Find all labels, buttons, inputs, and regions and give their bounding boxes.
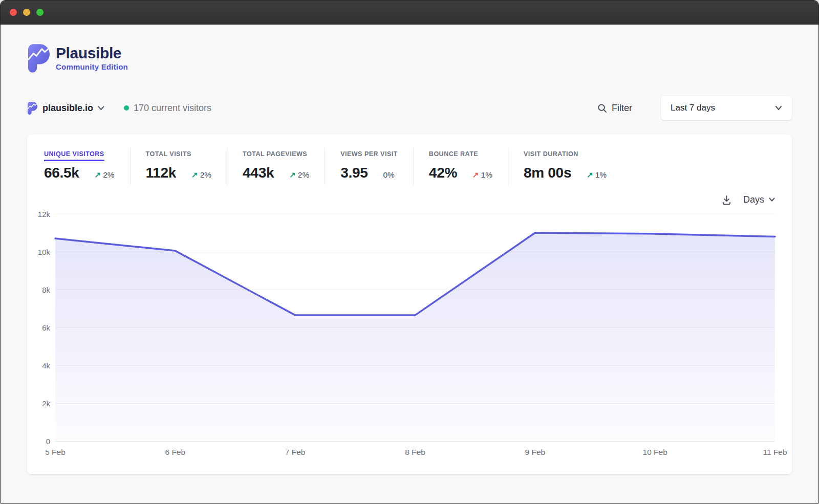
- site-switcher-chevron-down-icon[interactable]: [98, 106, 104, 111]
- current-visitors[interactable]: 170 current visitors: [124, 103, 211, 114]
- stat-change: 2%: [103, 170, 114, 180]
- plausible-logo-icon: [27, 44, 50, 73]
- search-icon: [597, 103, 607, 113]
- trend-arrow-icon: ↗: [191, 170, 198, 180]
- close-window-button[interactable]: [10, 9, 17, 16]
- stat-delta: 0%: [383, 170, 394, 180]
- chart-section: 12k10k8k6k4k2k0 5 Feb6 Feb7 Feb8 Feb9 Fe…: [44, 214, 775, 463]
- x-axis-tick: 8 Feb: [405, 448, 425, 457]
- traffic-lights: [10, 9, 44, 16]
- date-range-value: Last 7 days: [671, 103, 715, 113]
- window-titlebar: [1, 1, 818, 25]
- stat-label: VIEWS PER VISIT: [340, 150, 398, 161]
- interval-value: Days: [743, 194, 764, 205]
- y-axis-tick: 6k: [42, 323, 50, 332]
- visitors-area-chart[interactable]: 12k10k8k6k4k2k0: [55, 214, 775, 441]
- download-icon: [721, 194, 732, 205]
- stat-label: TOTAL PAGEVIEWS: [243, 150, 307, 161]
- stat-change: 0%: [383, 170, 394, 180]
- y-axis-tick: 8k: [42, 285, 50, 294]
- stat-value: 3.95: [340, 165, 368, 181]
- brand-name: Plausible: [56, 46, 128, 61]
- stat-change: 2%: [298, 170, 309, 180]
- chart-controls: Days: [44, 192, 775, 207]
- stat-value: 8m 00s: [524, 165, 571, 181]
- stat-delta: ↗ 1%: [587, 170, 607, 180]
- site-favicon: [27, 102, 37, 115]
- stat-change: 1%: [481, 170, 492, 180]
- y-axis-tick: 4k: [42, 361, 50, 369]
- y-axis-tick: 12k: [38, 210, 50, 218]
- interval-select[interactable]: Days: [743, 194, 775, 205]
- stat-card-total-pageviews[interactable]: TOTAL PAGEVIEWS 443k ↗ 2%: [227, 148, 325, 185]
- stat-change: 1%: [595, 170, 607, 180]
- x-axis-tick: 6 Feb: [165, 448, 186, 457]
- minimize-window-button[interactable]: [23, 9, 30, 16]
- date-range-select[interactable]: Last 7 days: [661, 96, 792, 120]
- y-axis-tick: 2k: [42, 399, 50, 408]
- trend-arrow-icon: ↗: [95, 170, 101, 180]
- interval-chevron-down-icon: [769, 198, 775, 202]
- stat-value: 443k: [243, 165, 274, 181]
- site-switcher[interactable]: plausible.io: [42, 103, 93, 114]
- brand-edition: Community Edition: [56, 62, 128, 71]
- stat-card-bounce-rate[interactable]: BOUNCE RATE 42% ↗ 1%: [414, 148, 508, 185]
- y-axis-tick: 10k: [38, 247, 50, 256]
- stat-value: 42%: [429, 165, 457, 181]
- x-axis-tick: 9 Feb: [525, 448, 546, 457]
- x-axis-tick: 11 Feb: [763, 448, 787, 457]
- trend-arrow-icon: ↗: [472, 170, 479, 180]
- stat-delta: ↗ 1%: [472, 170, 492, 180]
- zoom-window-button[interactable]: [36, 9, 44, 16]
- export-button[interactable]: [721, 194, 732, 205]
- current-visitors-label: 170 current visitors: [134, 103, 211, 114]
- chart-canvas: [55, 214, 775, 441]
- stat-delta: ↗ 2%: [289, 170, 309, 180]
- dashboard-page: Plausible Community Edition plausible.io…: [1, 25, 818, 503]
- filter-label: Filter: [612, 103, 632, 114]
- stat-card-views-per-visit[interactable]: VIEWS PER VISIT 3.95 0%: [325, 148, 414, 185]
- app-window: Plausible Community Edition plausible.io…: [0, 0, 819, 504]
- stat-label: UNIQUE VISITORS: [44, 150, 104, 161]
- trend-arrow-icon: ↗: [587, 170, 593, 180]
- stat-card-unique-visitors[interactable]: UNIQUE VISITORS 66.5k ↗ 2%: [44, 148, 131, 185]
- site-bar: plausible.io 170 current visitors Filter: [27, 95, 792, 121]
- date-range-chevron-down-icon: [775, 105, 782, 111]
- stat-change: 2%: [200, 170, 211, 180]
- analytics-card: UNIQUE VISITORS 66.5k ↗ 2% TOTAL VISITS …: [27, 135, 792, 474]
- trend-arrow-icon: ↗: [289, 170, 296, 180]
- stat-delta: ↗ 2%: [95, 170, 115, 180]
- stat-label: BOUNCE RATE: [429, 150, 478, 161]
- stat-value: 66.5k: [44, 165, 79, 181]
- stat-delta: ↗ 2%: [191, 170, 211, 180]
- plausible-logo: Plausible Community Edition: [27, 44, 792, 73]
- x-axis-tick: 7 Feb: [285, 448, 306, 457]
- y-axis-tick: 0: [46, 437, 50, 446]
- stat-value: 112k: [146, 165, 177, 181]
- filter-button[interactable]: Filter: [597, 103, 632, 114]
- x-axis-tick: 10 Feb: [643, 448, 667, 457]
- stat-card-visit-duration[interactable]: VISIT DURATION 8m 00s ↗ 1%: [508, 148, 622, 185]
- stat-label: VISIT DURATION: [524, 150, 578, 161]
- stat-card-total-visits[interactable]: TOTAL VISITS 112k ↗ 2%: [131, 148, 228, 185]
- x-axis-labels: 5 Feb6 Feb7 Feb8 Feb9 Feb10 Feb11 Feb: [55, 448, 775, 463]
- live-dot-icon: [124, 105, 129, 111]
- stats-row: UNIQUE VISITORS 66.5k ↗ 2% TOTAL VISITS …: [44, 148, 775, 185]
- stat-label: TOTAL VISITS: [146, 150, 191, 161]
- x-axis-tick: 5 Feb: [45, 448, 66, 457]
- gridline: [55, 441, 775, 442]
